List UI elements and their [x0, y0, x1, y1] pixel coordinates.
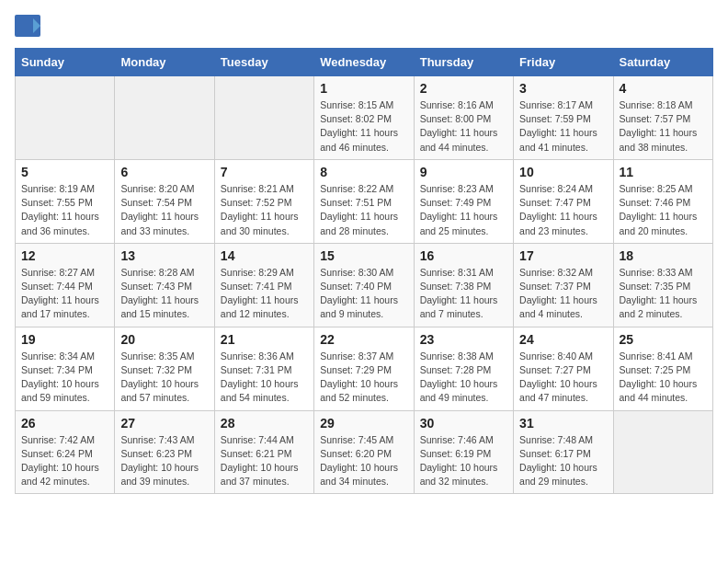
day-info: Sunrise: 8:33 AM Sunset: 7:35 PM Dayligh… — [620, 266, 707, 322]
weekday-header-monday: Monday — [115, 49, 214, 76]
calendar-cell: 27Sunrise: 7:43 AM Sunset: 6:23 PM Dayli… — [115, 410, 214, 494]
day-number: 9 — [420, 165, 507, 179]
day-info: Sunrise: 7:45 AM Sunset: 6:20 PM Dayligh… — [320, 433, 407, 489]
week-row-1: 1Sunrise: 8:15 AM Sunset: 8:02 PM Daylig… — [16, 76, 713, 160]
calendar-cell: 29Sunrise: 7:45 AM Sunset: 6:20 PM Dayli… — [314, 410, 414, 494]
day-number: 25 — [620, 332, 707, 347]
day-number: 6 — [120, 165, 208, 179]
day-number: 4 — [620, 81, 707, 96]
calendar-cell: 31Sunrise: 7:48 AM Sunset: 6:17 PM Dayli… — [514, 410, 613, 494]
week-row-2: 5Sunrise: 8:19 AM Sunset: 7:55 PM Daylig… — [16, 159, 713, 243]
calendar-cell: 10Sunrise: 8:24 AM Sunset: 7:47 PM Dayli… — [514, 159, 613, 243]
day-number: 2 — [420, 81, 507, 96]
calendar-cell: 1Sunrise: 8:15 AM Sunset: 8:02 PM Daylig… — [314, 76, 414, 160]
day-number: 20 — [120, 332, 208, 347]
week-row-4: 19Sunrise: 8:34 AM Sunset: 7:34 PM Dayli… — [16, 327, 713, 410]
weekday-header-tuesday: Tuesday — [214, 49, 313, 76]
day-number: 24 — [519, 332, 607, 347]
day-info: Sunrise: 8:31 AM Sunset: 7:38 PM Dayligh… — [420, 266, 507, 322]
day-info: Sunrise: 8:19 AM Sunset: 7:55 PM Dayligh… — [21, 182, 108, 238]
day-number: 27 — [120, 416, 208, 431]
day-info: Sunrise: 7:48 AM Sunset: 6:17 PM Dayligh… — [519, 433, 607, 489]
calendar-cell — [613, 410, 712, 494]
weekday-header-row: SundayMondayTuesdayWednesdayThursdayFrid… — [16, 49, 713, 76]
calendar-cell: 24Sunrise: 8:40 AM Sunset: 7:27 PM Dayli… — [514, 327, 613, 410]
day-info: Sunrise: 8:37 AM Sunset: 7:29 PM Dayligh… — [320, 350, 407, 406]
day-number: 1 — [320, 81, 407, 96]
day-number: 13 — [120, 248, 208, 263]
calendar-cell: 4Sunrise: 8:18 AM Sunset: 7:57 PM Daylig… — [613, 76, 712, 160]
day-info: Sunrise: 8:24 AM Sunset: 7:47 PM Dayligh… — [519, 182, 607, 238]
day-info: Sunrise: 7:43 AM Sunset: 6:23 PM Dayligh… — [120, 433, 208, 489]
page-header — [15, 15, 713, 37]
calendar-table: SundayMondayTuesdayWednesdayThursdayFrid… — [15, 48, 713, 494]
calendar-cell: 26Sunrise: 7:42 AM Sunset: 6:24 PM Dayli… — [16, 410, 115, 494]
day-number: 14 — [221, 248, 308, 263]
day-info: Sunrise: 8:18 AM Sunset: 7:57 PM Dayligh… — [620, 98, 707, 155]
day-info: Sunrise: 8:21 AM Sunset: 7:52 PM Dayligh… — [221, 182, 308, 238]
calendar-cell: 14Sunrise: 8:29 AM Sunset: 7:41 PM Dayli… — [214, 243, 313, 327]
day-number: 18 — [620, 248, 707, 263]
calendar-cell: 12Sunrise: 8:27 AM Sunset: 7:44 PM Dayli… — [16, 243, 115, 327]
calendar-cell: 23Sunrise: 8:38 AM Sunset: 7:28 PM Dayli… — [414, 327, 513, 410]
day-number: 22 — [320, 332, 407, 347]
day-info: Sunrise: 8:23 AM Sunset: 7:49 PM Dayligh… — [420, 182, 507, 238]
calendar-cell: 2Sunrise: 8:16 AM Sunset: 8:00 PM Daylig… — [414, 76, 513, 160]
day-number: 30 — [420, 416, 507, 431]
day-number: 21 — [221, 332, 308, 347]
calendar-cell: 16Sunrise: 8:31 AM Sunset: 7:38 PM Dayli… — [414, 243, 513, 327]
calendar-cell: 30Sunrise: 7:46 AM Sunset: 6:19 PM Dayli… — [414, 410, 513, 494]
day-info: Sunrise: 8:34 AM Sunset: 7:34 PM Dayligh… — [21, 350, 108, 406]
day-info: Sunrise: 8:27 AM Sunset: 7:44 PM Dayligh… — [21, 266, 108, 322]
day-info: Sunrise: 8:22 AM Sunset: 7:51 PM Dayligh… — [320, 182, 407, 238]
day-info: Sunrise: 8:15 AM Sunset: 8:02 PM Dayligh… — [320, 98, 407, 155]
day-info: Sunrise: 8:28 AM Sunset: 7:43 PM Dayligh… — [120, 266, 208, 322]
calendar-cell: 15Sunrise: 8:30 AM Sunset: 7:40 PM Dayli… — [314, 243, 414, 327]
day-info: Sunrise: 7:42 AM Sunset: 6:24 PM Dayligh… — [21, 433, 108, 489]
day-number: 23 — [420, 332, 507, 347]
calendar-cell: 9Sunrise: 8:23 AM Sunset: 7:49 PM Daylig… — [414, 159, 513, 243]
day-number: 3 — [519, 81, 607, 96]
calendar-cell: 3Sunrise: 8:17 AM Sunset: 7:59 PM Daylig… — [514, 76, 613, 160]
day-info: Sunrise: 8:38 AM Sunset: 7:28 PM Dayligh… — [420, 350, 507, 406]
logo — [15, 15, 44, 37]
day-info: Sunrise: 8:35 AM Sunset: 7:32 PM Dayligh… — [120, 350, 208, 406]
day-number: 7 — [221, 165, 308, 179]
day-number: 29 — [320, 416, 407, 431]
day-number: 15 — [320, 248, 407, 263]
calendar-cell: 6Sunrise: 8:20 AM Sunset: 7:54 PM Daylig… — [115, 159, 214, 243]
weekday-header-friday: Friday — [514, 49, 613, 76]
day-info: Sunrise: 8:40 AM Sunset: 7:27 PM Dayligh… — [519, 350, 607, 406]
weekday-header-wednesday: Wednesday — [314, 49, 414, 76]
day-number: 12 — [21, 248, 108, 263]
calendar-cell: 11Sunrise: 8:25 AM Sunset: 7:46 PM Dayli… — [613, 159, 712, 243]
calendar-cell: 7Sunrise: 8:21 AM Sunset: 7:52 PM Daylig… — [214, 159, 313, 243]
calendar-cell: 20Sunrise: 8:35 AM Sunset: 7:32 PM Dayli… — [115, 327, 214, 410]
day-number: 17 — [519, 248, 607, 263]
weekday-header-thursday: Thursday — [414, 49, 513, 76]
day-info: Sunrise: 8:41 AM Sunset: 7:25 PM Dayligh… — [620, 350, 707, 406]
calendar-cell: 17Sunrise: 8:32 AM Sunset: 7:37 PM Dayli… — [514, 243, 613, 327]
weekday-header-saturday: Saturday — [613, 49, 712, 76]
day-info: Sunrise: 8:32 AM Sunset: 7:37 PM Dayligh… — [519, 266, 607, 322]
day-number: 28 — [221, 416, 308, 431]
weekday-header-sunday: Sunday — [16, 49, 115, 76]
day-info: Sunrise: 8:29 AM Sunset: 7:41 PM Dayligh… — [221, 266, 308, 322]
day-number: 31 — [519, 416, 607, 431]
calendar-cell: 28Sunrise: 7:44 AM Sunset: 6:21 PM Dayli… — [214, 410, 313, 494]
calendar-cell: 5Sunrise: 8:19 AM Sunset: 7:55 PM Daylig… — [16, 159, 115, 243]
day-number: 26 — [21, 416, 108, 431]
day-info: Sunrise: 7:46 AM Sunset: 6:19 PM Dayligh… — [420, 433, 507, 489]
calendar-cell: 21Sunrise: 8:36 AM Sunset: 7:31 PM Dayli… — [214, 327, 313, 410]
day-info: Sunrise: 8:17 AM Sunset: 7:59 PM Dayligh… — [519, 98, 607, 155]
day-number: 19 — [21, 332, 108, 347]
calendar-cell — [214, 76, 313, 160]
calendar-cell: 8Sunrise: 8:22 AM Sunset: 7:51 PM Daylig… — [314, 159, 414, 243]
day-info: Sunrise: 8:36 AM Sunset: 7:31 PM Dayligh… — [221, 350, 308, 406]
logo-icon — [15, 15, 40, 37]
calendar-cell: 22Sunrise: 8:37 AM Sunset: 7:29 PM Dayli… — [314, 327, 414, 410]
day-number: 16 — [420, 248, 507, 263]
calendar-cell: 18Sunrise: 8:33 AM Sunset: 7:35 PM Dayli… — [613, 243, 712, 327]
calendar-cell — [115, 76, 214, 160]
day-number: 5 — [21, 165, 108, 179]
